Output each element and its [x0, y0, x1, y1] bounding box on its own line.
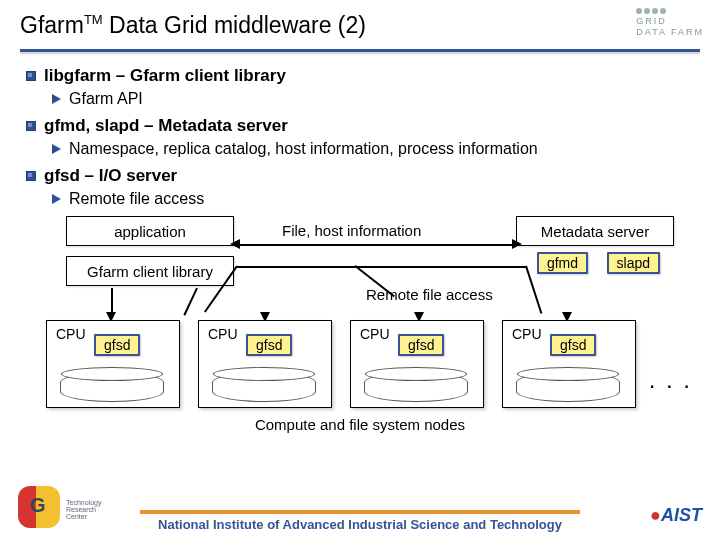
tech-center-text: TechnologyResearchCenter — [66, 499, 101, 520]
slapd-chip: slapd — [607, 252, 660, 274]
title-post: Data Grid middleware (2) — [103, 12, 366, 38]
bullet-metadata: gfmd, slapd – Metadata server — [26, 116, 694, 136]
gfsd-chip: gfsd — [398, 334, 444, 356]
arrow-line — [111, 288, 113, 314]
footer-bar — [140, 510, 580, 514]
disk-icon — [212, 372, 316, 402]
slide-title: GfarmTM Data Grid middleware (2) — [20, 12, 700, 39]
aist-text: AIST — [661, 505, 702, 525]
square-bullet-icon — [26, 121, 36, 131]
diagram-caption: Compute and file system nodes — [26, 416, 694, 433]
sub-namespace: Namespace, replica catalog, host informa… — [52, 140, 694, 158]
gfmd-chip: gfmd — [537, 252, 588, 274]
arrow-line — [236, 266, 526, 268]
triangle-bullet-icon — [52, 194, 61, 204]
compute-node: CPU gfsd — [350, 320, 484, 408]
arrowhead-icon — [512, 239, 522, 249]
gfsd-chip: gfsd — [246, 334, 292, 356]
file-host-info-label: File, host information — [282, 222, 421, 239]
ellipsis: . . . — [649, 366, 692, 394]
triangle-bullet-icon — [52, 94, 61, 104]
bullet-gfsd: gfsd – I/O server — [26, 166, 694, 186]
bullet-text: libgfarm – Gfarm client library — [44, 66, 286, 86]
cpu-label: CPU — [512, 326, 542, 342]
gfsd-chip: gfsd — [550, 334, 596, 356]
bullet-libgfarm: libgfarm – Gfarm client library — [26, 66, 694, 86]
gfsd-chip: gfsd — [94, 334, 140, 356]
arrow-line — [236, 244, 516, 246]
arrow-line — [183, 288, 197, 316]
bullet-text: gfmd, slapd – Metadata server — [44, 116, 288, 136]
square-bullet-icon — [26, 171, 36, 181]
cpu-label: CPU — [208, 326, 238, 342]
cpu-label: CPU — [360, 326, 390, 342]
arrowhead-icon — [230, 239, 240, 249]
sub-text: Gfarm API — [69, 90, 143, 108]
logo-dots-icon — [636, 8, 704, 14]
disk-icon — [60, 372, 164, 402]
grid-data-farm-logo: GRID DATA FARM — [636, 8, 704, 38]
disk-icon — [364, 372, 468, 402]
footer-text: National Institute of Advanced Industria… — [0, 517, 720, 532]
compute-node: CPU gfsd — [46, 320, 180, 408]
disk-icon — [516, 372, 620, 402]
content-area: libgfarm – Gfarm client library Gfarm AP… — [0, 52, 720, 456]
architecture-diagram: application Gfarm client library Metadat… — [26, 216, 694, 456]
cpu-label: CPU — [56, 326, 86, 342]
sub-remote: Remote file access — [52, 190, 694, 208]
title-pre: Gfarm — [20, 12, 84, 38]
application-box: application — [66, 216, 234, 246]
square-bullet-icon — [26, 71, 36, 81]
sub-text: Namespace, replica catalog, host informa… — [69, 140, 538, 158]
logo-line1: GRID — [636, 16, 704, 27]
client-library-box: Gfarm client library — [66, 256, 234, 286]
compute-node: CPU gfsd — [502, 320, 636, 408]
bullet-text: gfsd – I/O server — [44, 166, 177, 186]
compute-node: CPU gfsd — [198, 320, 332, 408]
gt-logo: G — [18, 486, 60, 528]
aist-logo: ●AIST — [650, 505, 702, 526]
triangle-bullet-icon — [52, 144, 61, 154]
slide-header: GfarmTM Data Grid middleware (2) GRID DA… — [0, 0, 720, 45]
sub-text: Remote file access — [69, 190, 204, 208]
logo-line2: DATA FARM — [636, 27, 704, 38]
title-sup: TM — [84, 12, 103, 27]
sub-gfarm-api: Gfarm API — [52, 90, 694, 108]
metadata-server-box: Metadata server — [516, 216, 674, 246]
